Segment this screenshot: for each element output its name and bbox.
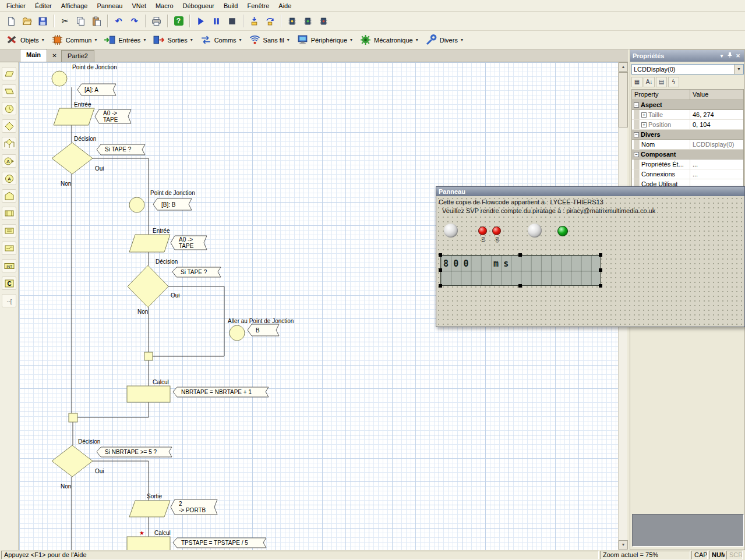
node-entree2[interactable] (129, 235, 170, 252)
category-composant[interactable]: −Composant (632, 150, 743, 160)
components-objets[interactable]: Objets▾ (2, 32, 48, 48)
menu-fenetre[interactable]: Fenêtre (242, 1, 274, 10)
step-over-button[interactable] (262, 13, 278, 29)
tool-comment[interactable]: --[ (2, 294, 16, 307)
category-aspect[interactable]: −Aspect (632, 100, 743, 110)
selection-handle[interactable] (518, 284, 522, 288)
components-mecatronique[interactable]: Mécatronique▾ (356, 32, 422, 48)
components-sansfil[interactable]: Sans fil▾ (245, 32, 293, 48)
tool-calculation[interactable] (2, 224, 16, 238)
tab-partie2[interactable]: Partie2 (61, 50, 94, 62)
node-junction-a[interactable] (52, 71, 67, 86)
position-value[interactable]: 0, 104 (690, 120, 743, 129)
collapse-box-icon[interactable]: − (634, 132, 639, 137)
copy-button[interactable] (73, 13, 89, 29)
node-decision2[interactable] (128, 265, 168, 307)
combo-dropdown-button[interactable]: ▼ (734, 65, 743, 74)
menu-editer[interactable]: Éditer (30, 1, 57, 10)
switch-ball-1[interactable] (444, 224, 458, 238)
step-into-button[interactable] (246, 13, 262, 29)
node-link-square-1[interactable] (69, 413, 77, 422)
tool-decision[interactable] (2, 119, 16, 133)
scroll-up-button[interactable]: ▲ (619, 62, 628, 72)
scroll-down-button[interactable]: ▼ (619, 540, 628, 550)
alphabetical-sort-button[interactable]: A↓ (644, 77, 655, 87)
menu-panneau[interactable]: Panneau (92, 1, 127, 10)
properties-titlebar[interactable]: Propriétés ▾ ✕ (630, 50, 744, 62)
collapse-box-icon[interactable]: − (634, 102, 639, 108)
events-button[interactable]: ϟ (668, 77, 679, 87)
scrollbar-thumb[interactable] (619, 72, 628, 127)
tool-connection-point[interactable]: A (2, 172, 16, 185)
selection-handle[interactable] (599, 253, 602, 257)
menu-vnet[interactable]: VNet (127, 1, 150, 10)
menu-build[interactable]: Build (219, 1, 242, 10)
paste-button[interactable] (89, 13, 104, 29)
panneau-content[interactable]: Cette copie de Flowcode appartient à : L… (436, 196, 744, 327)
open-button[interactable] (19, 13, 35, 29)
node-link-square-2[interactable] (144, 352, 153, 360)
proprietes-etendues-value[interactable]: ... (690, 160, 743, 169)
node-decision1[interactable] (52, 143, 93, 174)
tab-close-button[interactable]: ✕ (50, 51, 59, 60)
selection-handle[interactable] (439, 284, 442, 288)
node-goto-b-tag[interactable] (248, 324, 279, 336)
selection-handle[interactable] (599, 268, 602, 272)
selection-handle[interactable] (599, 284, 602, 288)
components-comms[interactable]: Comms▾ (196, 32, 245, 48)
property-row-position[interactable]: +Position 0, 104 (632, 120, 743, 130)
panel-close-button[interactable]: ✕ (734, 52, 742, 60)
components-entrees[interactable]: Entrées▾ (100, 32, 149, 48)
collapse-box-icon[interactable]: − (634, 152, 639, 157)
program-chip-button[interactable] (316, 13, 331, 29)
pin-button[interactable] (726, 52, 734, 60)
property-pages-button[interactable]: ▤ (656, 77, 667, 87)
redo-button[interactable]: ↷ (126, 13, 142, 29)
tool-interrupt[interactable]: INT (2, 259, 16, 272)
led-red-b0[interactable] (492, 226, 501, 235)
property-row-proprietes-etendues[interactable]: Propriétés Ét... ... (632, 160, 743, 169)
components-sorties[interactable]: Sorties▾ (149, 32, 196, 48)
property-row-nom[interactable]: Nom LCDDisplay(0) (632, 140, 743, 150)
lcd-display[interactable]: 800 ms (440, 255, 601, 286)
tool-goto-connection[interactable]: A (2, 154, 16, 168)
node-calcul2[interactable] (127, 537, 170, 550)
menu-debogueur[interactable]: Débogueur (178, 1, 219, 10)
switch-ball-2[interactable] (528, 224, 542, 238)
selection-handle[interactable] (439, 253, 442, 257)
pause-button[interactable] (209, 13, 224, 29)
run-button[interactable] (193, 13, 209, 29)
tool-macro[interactable] (2, 207, 16, 220)
nom-value[interactable]: LCDDisplay(0) (690, 140, 743, 149)
led-red-b1[interactable] (478, 226, 487, 235)
taille-value[interactable]: 46, 274 (690, 110, 743, 119)
undo-button[interactable]: ↶ (111, 13, 126, 29)
selection-handle[interactable] (518, 253, 522, 257)
categorized-view-button[interactable]: ▦ (631, 77, 642, 87)
property-row-connexions[interactable]: Connexions ... (632, 169, 743, 179)
tool-string[interactable] (2, 242, 16, 255)
save-button[interactable] (35, 13, 51, 29)
compile-hex-chip-button[interactable] (300, 13, 316, 29)
expand-box-icon[interactable]: + (641, 122, 647, 127)
node-calcul1[interactable] (127, 386, 170, 402)
menu-macro[interactable]: Macro (151, 1, 178, 10)
led-green[interactable] (557, 226, 568, 236)
menu-aide[interactable]: Aide (274, 1, 296, 10)
cut-button[interactable]: ✂ (57, 13, 73, 29)
tab-main[interactable]: Main (20, 49, 47, 62)
selection-handle[interactable] (439, 268, 442, 272)
menu-fichier[interactable]: Fichier (2, 1, 30, 10)
tool-input[interactable] (2, 67, 16, 80)
menu-affichage[interactable]: Affichage (57, 1, 93, 10)
component-selector-combo[interactable]: LCDDisplay(0) ▼ (631, 64, 744, 75)
tool-switch[interactable] (2, 137, 16, 150)
tool-c-code[interactable]: C (2, 277, 16, 290)
stop-button[interactable] (224, 13, 240, 29)
components-commun[interactable]: Commun▾ (48, 32, 101, 48)
node-entree1[interactable] (54, 108, 94, 125)
components-peripherique[interactable]: Périphérique▾ (293, 32, 356, 48)
components-divers[interactable]: Divers▾ (422, 32, 467, 48)
new-button[interactable] (3, 13, 19, 29)
tool-output[interactable] (2, 84, 16, 98)
